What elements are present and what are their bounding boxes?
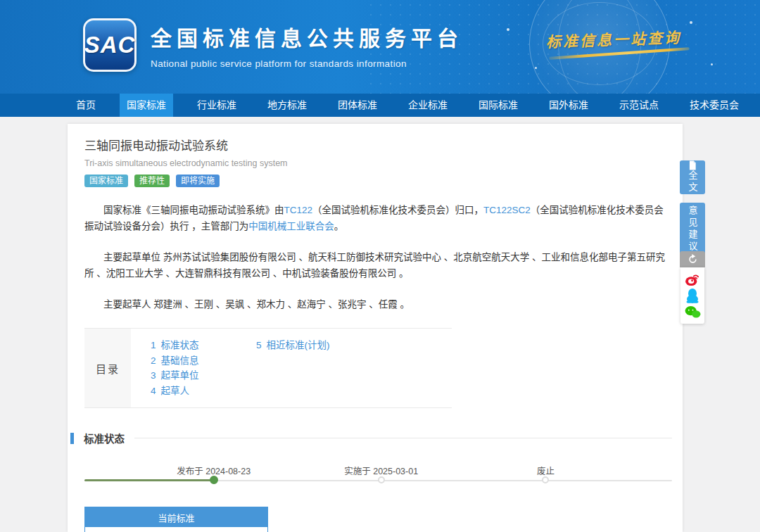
tag-upcoming-implementation: 即将实施 [176, 175, 220, 187]
social-share-panel [680, 267, 704, 324]
sac-logo-text: SAC [84, 32, 136, 58]
timeline-label: 实施于 2025-03-01 [344, 464, 418, 477]
toc-item-standard-status[interactable]: 1标准状态 [151, 338, 256, 353]
drafting-units-paragraph: 主要起草单位 苏州苏试试验集团股份有限公司 、航天科工防御技术研究试验中心 、北… [84, 249, 672, 281]
brand-text: 全国标准信息公共服务平台 National public service pla… [151, 21, 463, 69]
nav-item-home[interactable]: 首页 [69, 94, 103, 117]
tc122-link[interactable]: TC122 [284, 205, 313, 215]
standard-title: 三轴同振电动振动试验系统 [84, 136, 672, 153]
toc-num: 5 [256, 340, 262, 350]
content-panel: 三轴同振电动振动试验系统 Tri-axis simultaneous elect… [68, 124, 683, 532]
table-of-contents: 目录 1标准状态 2基础信息 3起草单位 4起草人 5相近标准(计划) [84, 328, 452, 408]
nav-item-industry-standards[interactable]: 行业标准 [190, 94, 243, 117]
toc-num: 2 [151, 355, 156, 366]
toc-text: 相近标准(计划) [267, 340, 330, 350]
intro-suffix: 。 [334, 221, 344, 232]
standard-title-en: Tri-axis simultaneous electrodynamic tes… [84, 158, 672, 168]
intro-paragraph: 国家标准《三轴同振电动振动试验系统》由TC122（全国试验机标准化技术委员会）归… [84, 202, 672, 234]
tag-national-standard: 国家标准 [84, 175, 128, 187]
nav-item-local-standards[interactable]: 地方标准 [260, 94, 314, 117]
qq-icon[interactable] [685, 288, 699, 303]
toc-num: 4 [151, 386, 156, 396]
section-marker [70, 433, 74, 444]
tc122sc2-link[interactable]: TC122SC2 [483, 205, 531, 215]
fulltext-button[interactable]: 全文 [680, 160, 705, 194]
status-section-title: 标准状态 [84, 431, 125, 445]
department-link[interactable]: 中国机械工业联合会 [248, 221, 334, 232]
wechat-icon[interactable] [685, 305, 701, 319]
toc-text: 起草人 [161, 386, 190, 396]
main-nav: 首页 国家标准 行业标准 地方标准 团体标准 企业标准 国际标准 国外标准 示范… [0, 94, 760, 117]
weibo-icon[interactable] [685, 272, 700, 286]
nav-item-technical-committee[interactable]: 技术委员会 [683, 94, 746, 117]
toc-item-drafting-units[interactable]: 3起草单位 [151, 368, 256, 384]
timeline-label: 废止 [537, 464, 555, 477]
toc-item-similar-standards[interactable]: 5相近标准(计划) [256, 338, 330, 353]
toc-item-drafters[interactable]: 4起草人 [151, 384, 256, 399]
share-icon [688, 254, 698, 265]
timeline-dot-pending [542, 476, 549, 483]
toc-links: 1标准状态 2基础信息 3起草单位 4起草人 5相近标准(计划) [131, 329, 452, 407]
feedback-button[interactable]: 意见建议 [680, 203, 705, 256]
timeline-dot-done [210, 476, 218, 484]
timeline-dot-pending [378, 476, 385, 483]
intro-prefix: 国家标准《三轴同振电动振动试验系统》由 [103, 205, 284, 215]
site-subtitle: National public service platform for sta… [151, 58, 463, 69]
toc-item-basic-info[interactable]: 2基础信息 [151, 353, 256, 369]
timeline-track-completed [84, 479, 214, 481]
nav-item-enterprise-standards[interactable]: 企业标准 [401, 94, 455, 117]
toc-text: 标准状态 [161, 340, 199, 350]
header-banner: SAC 全国标准信息公共服务平台 National public service… [0, 0, 760, 94]
fulltext-label: 全文 [686, 170, 699, 194]
toc-text: 基础信息 [161, 355, 199, 366]
toc-num: 1 [151, 340, 156, 350]
toc-label: 目录 [84, 329, 131, 407]
current-standard-card-header: 当前标准 [85, 507, 267, 527]
status-timeline: 发布于 2024-08-23 实施于 2025-03-01 废止 [84, 451, 672, 488]
tag-recommended: 推荐性 [134, 175, 170, 187]
nav-item-group-standards[interactable]: 团体标准 [331, 94, 384, 117]
intro-mid1: （全国试验机标准化技术委员会）归口， [312, 205, 483, 215]
standard-tags: 国家标准 推荐性 即将实施 [84, 175, 672, 187]
feedback-label: 意见建议 [686, 205, 699, 253]
drafters-paragraph: 主要起草人 郑建洲 、王刚 、吴飒 、郑木力 、赵海宁 、张兆宇 、任霞 。 [84, 296, 672, 312]
nav-item-foreign-standards[interactable]: 国外标准 [542, 94, 595, 117]
section-divider [134, 438, 672, 438]
status-section-header: 标准状态 [70, 431, 672, 445]
sac-logo: SAC [83, 18, 137, 72]
current-standard-card-body: GB/T 44401-2024 即将实施 三轴同振电动振动试验系统 [85, 527, 267, 532]
brand[interactable]: SAC 全国标准信息公共服务平台 National public service… [83, 18, 463, 72]
toc-num: 3 [151, 370, 156, 381]
nav-item-international-standards[interactable]: 国际标准 [471, 94, 525, 117]
nav-item-demonstration-pilot[interactable]: 示范试点 [612, 94, 666, 117]
site-title: 全国标准信息公共服务平台 [151, 21, 463, 52]
document-icon [688, 160, 697, 170]
current-standard-card[interactable]: 当前标准 GB/T 44401-2024 即将实施 三轴同振电动振动试验系统 [84, 507, 268, 532]
nav-item-national-standards[interactable]: 国家标准 [120, 94, 173, 117]
share-button[interactable] [680, 251, 705, 267]
toc-text: 起草单位 [161, 370, 199, 381]
main-area: 三轴同振电动振动试验系统 Tri-axis simultaneous elect… [0, 117, 760, 532]
